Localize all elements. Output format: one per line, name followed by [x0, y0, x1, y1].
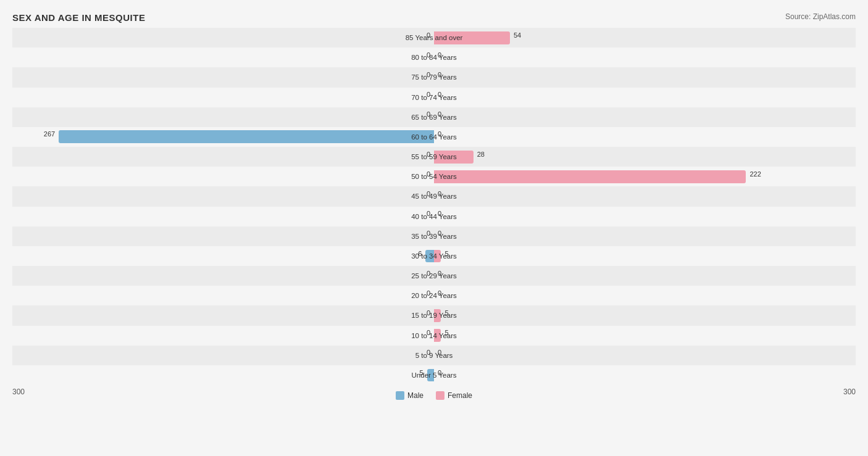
female-label: Female	[448, 391, 472, 400]
right-section: 0	[434, 107, 856, 127]
male-zero: 0	[427, 230, 434, 237]
male-zero: 0	[427, 289, 434, 297]
chart-area: 085 Years and over54080 to 84 Years0075 …	[12, 28, 856, 404]
female-zero: 0	[434, 210, 441, 217]
bar-row: 065 to 69 Years0	[12, 107, 856, 127]
male-value: 267	[44, 130, 59, 138]
bar-row: 035 to 39 Years0	[12, 226, 856, 246]
left-section: 6	[12, 246, 434, 266]
male-zero: 0	[427, 329, 434, 336]
female-zero: 0	[434, 289, 441, 297]
legend-male: Male	[396, 391, 424, 400]
male-swatch	[396, 391, 404, 400]
rows-container: 085 Years and over54080 to 84 Years0075 …	[12, 28, 856, 385]
male-value: 6	[418, 250, 425, 257]
left-section: 0	[12, 147, 434, 167]
female-bar: 28	[434, 151, 474, 164]
left-section: 0	[12, 107, 434, 127]
female-bar: 54	[434, 31, 510, 44]
right-section: 0	[434, 365, 856, 385]
male-zero: 0	[427, 151, 434, 158]
male-zero: 0	[427, 170, 434, 178]
male-zero: 0	[427, 190, 434, 197]
female-zero: 0	[434, 71, 441, 78]
left-section: 0	[12, 186, 434, 206]
female-bar: 5	[434, 250, 441, 263]
female-zero: 0	[434, 270, 441, 277]
right-section: 0	[434, 346, 856, 365]
left-section: 0	[12, 48, 434, 67]
bar-row: 045 to 49 Years0	[12, 186, 856, 206]
male-label: Male	[407, 391, 424, 400]
right-section: 0	[434, 226, 856, 246]
left-section: 0	[12, 67, 434, 87]
left-section: 0	[12, 346, 434, 365]
left-section: 0	[12, 226, 434, 246]
bar-row: 040 to 44 Years0	[12, 207, 856, 226]
male-value: 5	[420, 369, 427, 376]
male-zero: 0	[427, 51, 434, 59]
bar-row: 5Under 5 Years0	[12, 365, 856, 385]
legend-female: Female	[436, 391, 472, 400]
axis-right: 300	[843, 388, 856, 400]
male-bar: 5	[427, 369, 434, 382]
right-section: 5	[434, 326, 856, 346]
bar-row: 025 to 29 Years0	[12, 266, 856, 286]
female-value: 5	[441, 309, 448, 317]
bar-row: 085 Years and over54	[12, 28, 856, 48]
female-value: 222	[746, 170, 761, 178]
female-zero: 0	[434, 190, 441, 197]
female-value: 5	[441, 329, 448, 336]
male-zero: 0	[427, 210, 434, 217]
right-section: 0	[434, 88, 856, 107]
left-section: 0	[12, 207, 434, 226]
male-zero: 0	[427, 349, 434, 356]
left-section: 0	[12, 167, 434, 186]
bar-row: 080 to 84 Years0	[12, 48, 856, 67]
female-zero: 0	[434, 130, 441, 138]
legend: Male Female	[396, 391, 472, 400]
axis-left: 300	[12, 388, 25, 400]
male-zero: 0	[427, 270, 434, 277]
right-section: 0	[434, 48, 856, 67]
male-zero: 0	[427, 31, 434, 39]
bar-row: 26760 to 64 Years0	[12, 127, 856, 147]
left-section: 0	[12, 266, 434, 286]
left-section: 0	[12, 88, 434, 107]
right-section: 0	[434, 266, 856, 286]
right-section: 222	[434, 167, 856, 186]
right-section: 0	[434, 67, 856, 87]
female-swatch	[436, 391, 444, 400]
right-section: 0	[434, 286, 856, 305]
source-label: Source: ZipAtlas.com	[785, 12, 856, 21]
bar-row: 055 to 59 Years28	[12, 147, 856, 167]
left-section: 0	[12, 326, 434, 346]
bar-row: 020 to 24 Years0	[12, 286, 856, 305]
right-section: 0	[434, 207, 856, 226]
right-section: 5	[434, 305, 856, 325]
bar-row: 050 to 54 Years222	[12, 167, 856, 186]
female-zero: 0	[434, 91, 441, 98]
female-bar: 222	[434, 170, 746, 183]
right-section: 54	[434, 28, 856, 48]
female-zero: 0	[434, 230, 441, 237]
left-section: 0	[12, 28, 434, 48]
left-section: 5	[12, 365, 434, 385]
right-section: 28	[434, 147, 856, 167]
chart-title: SEX AND AGE IN MESQUITE	[12, 12, 856, 23]
female-value: 5	[441, 250, 448, 257]
bar-row: 05 to 9 Years0	[12, 346, 856, 365]
female-value: 54	[510, 31, 521, 39]
bar-row: 075 to 79 Years0	[12, 67, 856, 87]
bar-row: 630 to 34 Years5	[12, 246, 856, 266]
female-zero: 0	[434, 110, 441, 118]
female-bar: 5	[434, 329, 441, 342]
bar-row: 015 to 19 Years5	[12, 305, 856, 325]
right-section: 0	[434, 127, 856, 147]
bar-row: 070 to 74 Years0	[12, 88, 856, 107]
female-zero: 0	[434, 369, 441, 376]
male-zero: 0	[427, 91, 434, 98]
left-section: 0	[12, 286, 434, 305]
bar-row: 010 to 14 Years5	[12, 326, 856, 346]
right-section: 5	[434, 246, 856, 266]
